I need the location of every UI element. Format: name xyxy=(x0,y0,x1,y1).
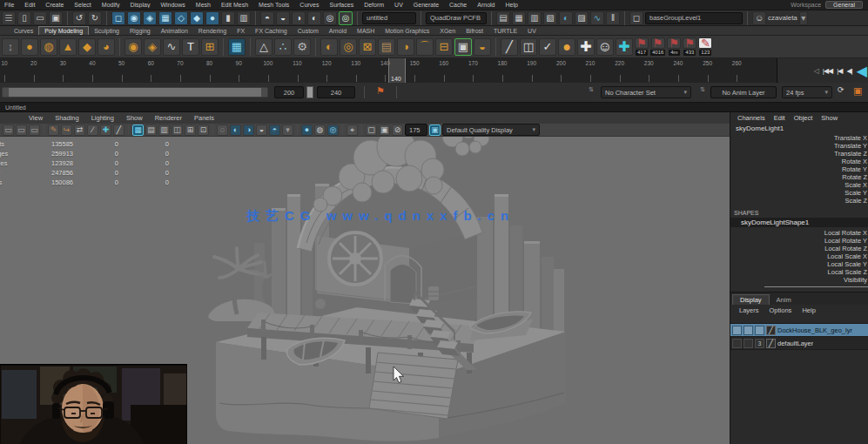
wire-cone-icon[interactable]: △ xyxy=(255,38,273,56)
layer-toggle[interactable]: 3 xyxy=(755,339,764,348)
node-gears-icon[interactable]: ⚙ xyxy=(293,38,311,56)
uv-editor-icon[interactable]: ▦ xyxy=(228,38,246,56)
attr-local-rotate-y[interactable]: Local Rotate Y xyxy=(730,237,868,245)
attr-scale-z[interactable]: Scale Z xyxy=(730,197,868,205)
shelf-tab-fx-caching[interactable]: FX Caching xyxy=(250,27,293,35)
scatter-tool-icon[interactable]: ∴ xyxy=(274,38,292,56)
joint-cross-icon[interactable]: ✚ xyxy=(577,38,595,56)
select-object-icon[interactable]: ◉ xyxy=(127,11,141,25)
display-quality-dropdown[interactable]: Default Quality Display▾ xyxy=(442,124,540,136)
poly-cone-icon[interactable]: ▲ xyxy=(59,38,77,56)
select-uv-icon[interactable]: ● xyxy=(205,11,219,25)
camera-lock-icon[interactable]: ▭ xyxy=(3,124,14,136)
play-backwards-button[interactable]: ◀ xyxy=(857,63,866,79)
shelf-tab-rigging[interactable]: Rigging xyxy=(124,27,156,35)
gate-mask-icon[interactable]: ▥ xyxy=(158,124,170,136)
lock-selection-icon[interactable]: ▮ xyxy=(221,11,235,25)
snapshot-icon[interactable]: ▣ xyxy=(454,38,472,56)
shelf-tab-turtle[interactable]: TURTLE xyxy=(488,27,522,35)
blue-cross-icon[interactable]: ✚ xyxy=(100,124,111,136)
viewport-menu-view[interactable]: View xyxy=(23,114,49,122)
time-slider[interactable]: 1020304050607080901001101201301401501601… xyxy=(0,58,868,83)
range-handle[interactable] xyxy=(306,86,313,98)
coin-icon[interactable]: ● xyxy=(558,38,575,56)
menu-mesh[interactable]: Mesh xyxy=(192,2,215,8)
safe-action-icon[interactable]: ⊞ xyxy=(185,124,196,136)
anim-layer-field[interactable]: No Anim Layer xyxy=(710,86,777,98)
shadows-icon[interactable]: ◓ xyxy=(269,124,280,136)
select-vertex-icon[interactable]: ▦ xyxy=(158,11,172,25)
menu-surfaces[interactable]: Surfaces xyxy=(326,2,359,8)
workspace-selector[interactable]: General xyxy=(825,1,863,9)
shelf-tab-animation[interactable]: Animation xyxy=(156,27,193,35)
user-account-icon[interactable]: ☺ xyxy=(752,11,766,25)
attr-local-scale-y[interactable]: Local Scale Y xyxy=(730,260,868,268)
render-view-icon[interactable]: ▤ xyxy=(496,11,510,25)
wireframe-icon[interactable]: ◌ xyxy=(217,124,228,136)
attr-translate-y[interactable]: Translate Y xyxy=(730,142,868,150)
tool-name-field[interactable]: QuadDraw PCFB xyxy=(426,12,487,24)
file-new-icon[interactable]: ▯ xyxy=(17,11,31,25)
flag-shelf-icon-4[interactable]: ⚑ xyxy=(683,37,696,49)
stack-icon[interactable]: ▤ xyxy=(378,38,395,56)
uv-book-icon[interactable]: ◫ xyxy=(520,38,537,56)
pause-viewport-icon[interactable]: ‖ xyxy=(606,11,620,25)
snap-grid-icon[interactable]: ◓ xyxy=(260,11,274,25)
motion-blur-icon[interactable]: ◍ xyxy=(314,124,326,136)
snap-point-icon[interactable]: ◑ xyxy=(292,11,306,25)
file-open-icon[interactable]: ▭ xyxy=(33,11,47,25)
channelbox-shape-name[interactable]: skyDomeLightShape1 xyxy=(730,218,868,227)
viewport-menu-renderer[interactable]: Renderer xyxy=(149,114,188,122)
isolate-select-icon[interactable]: ⌖ xyxy=(347,124,358,136)
shading-arrow-icon[interactable]: ▾ xyxy=(282,124,293,136)
shelf-tab-arnold[interactable]: Arnold xyxy=(324,27,352,35)
layer-color-swatch[interactable]: ╱ xyxy=(766,339,776,348)
flag-shelf-icon-2[interactable]: ⚑ xyxy=(651,37,665,49)
layer-tab-display[interactable]: Display xyxy=(732,294,770,305)
resolution-gate-icon[interactable]: ▦ xyxy=(132,124,144,136)
attr-rotate-z[interactable]: Rotate Z xyxy=(730,173,868,181)
playback-end-field[interactable]: 200 xyxy=(274,86,304,98)
layer-toggle[interactable] xyxy=(744,326,753,335)
poly-pipe-icon[interactable]: ◕ xyxy=(98,38,115,56)
layer-color-swatch[interactable]: ╱ xyxy=(766,326,776,335)
layer-row[interactable]: 3╱defaultLayer xyxy=(730,337,868,350)
channelbox-menu-object[interactable]: Object xyxy=(791,114,817,122)
loop-toggle-icon[interactable]: ⟳ xyxy=(838,86,844,94)
menu-deform[interactable]: Deform xyxy=(360,2,388,8)
set-key-icon[interactable]: ⚑ xyxy=(376,86,385,96)
snap-curve-icon[interactable]: ◒ xyxy=(276,11,290,25)
camera-bookmark-icon[interactable]: ▭ xyxy=(16,124,27,136)
menu-display[interactable]: Display xyxy=(125,2,154,8)
layer-toggle[interactable] xyxy=(732,339,742,348)
playhead[interactable]: 140 xyxy=(388,58,406,83)
menu-file[interactable]: File xyxy=(0,2,18,8)
film-gate-icon[interactable]: ▤ xyxy=(145,124,157,136)
menu-edit[interactable]: Edit xyxy=(20,2,39,8)
snap-mesh-icon[interactable]: ◎ xyxy=(323,11,337,25)
menu-curves[interactable]: Curves xyxy=(295,2,323,8)
render-frame-icon[interactable]: ▦ xyxy=(512,11,526,25)
mask-icon[interactable]: ☺ xyxy=(596,38,614,56)
shelf-tab-xgen[interactable]: XGen xyxy=(434,27,461,35)
layer-toggle[interactable] xyxy=(744,339,753,348)
flag-shelf-icon-2-group[interactable]: ⚑4016 xyxy=(650,37,665,56)
transform-handles-icon[interactable]: ⇄ xyxy=(74,124,85,136)
menu-select[interactable]: Select xyxy=(70,2,95,8)
type-tool-icon[interactable]: T xyxy=(182,38,199,56)
create-polygon-icon[interactable]: ╱ xyxy=(501,38,518,56)
flag-shelf-icon-1-group[interactable]: ⚑417 xyxy=(635,37,649,56)
channelbox-menu-show[interactable]: Show xyxy=(818,114,841,122)
field-chart-icon[interactable]: ◫ xyxy=(172,124,183,136)
animation-end-field[interactable]: 240 xyxy=(317,86,355,98)
flag-shelf-icon-3-group[interactable]: ⚑4m xyxy=(667,37,681,56)
combine-icon[interactable]: ⊠ xyxy=(359,38,376,56)
select-edge-icon[interactable]: ◇ xyxy=(174,11,188,25)
render-settings-icon[interactable]: ▨ xyxy=(575,11,589,25)
notes-shelf-icon[interactable]: ✎ xyxy=(698,37,712,49)
shelf-tab-rendering[interactable]: Rendering xyxy=(193,27,232,35)
flag-shelf-icon-1[interactable]: ⚑ xyxy=(635,37,649,49)
animlayer-arrows-icon[interactable]: ⇅ xyxy=(700,86,705,93)
grease-pencil-icon[interactable]: ✎ xyxy=(48,124,59,136)
attr-local-scale-x[interactable]: Local Scale X xyxy=(730,252,868,260)
